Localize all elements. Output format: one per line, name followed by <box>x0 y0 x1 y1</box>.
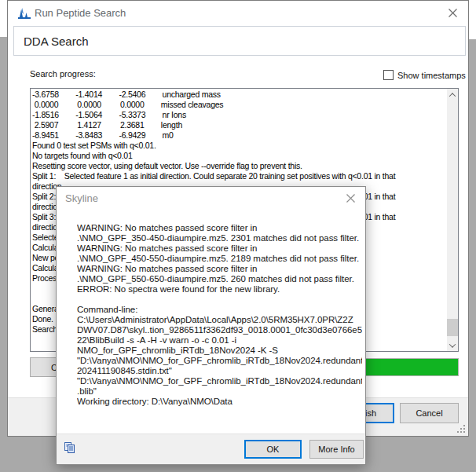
chevron-up-icon <box>449 93 456 99</box>
log-line: 2.5907 1.4127 2.3681 length <box>32 120 446 130</box>
page-title: DDA Search <box>14 35 89 48</box>
dialog-footer: OK More Info <box>57 434 365 464</box>
log-line: .\NMO_GPF_450-550-diaumpire.mz5. 2189 ma… <box>77 254 362 264</box>
log-line: WARNING: No matches passed score filter … <box>77 243 362 254</box>
scroll-up-button[interactable] <box>447 89 458 101</box>
search-progress-label: Search progress: <box>30 69 96 79</box>
log-line: Command-line: <box>77 305 362 315</box>
log-line: -8.9451 -3.8483 -6.9429 m0 <box>32 130 446 141</box>
resize-grip[interactable] <box>457 425 466 434</box>
dda-search-banner: DDA Search <box>13 26 466 56</box>
background-window-left <box>0 37 7 472</box>
cancel-button[interactable]: Cancel <box>400 403 459 423</box>
log-line: Found 0 test set PSMs with q<0.01. <box>32 141 446 151</box>
log-line: Resetting score vector, using default ve… <box>32 161 446 171</box>
background-window-right <box>469 39 476 472</box>
scrollbar-thumb[interactable] <box>447 319 458 336</box>
log-line: Working directory: D:\Vanya\NMO\Data <box>77 397 362 407</box>
log-line: 0.0000 0.0000 0.0000 missed cleavages <box>32 100 446 110</box>
log-line: -1.8516 -1.5064 -5.3373 nr Ions <box>32 110 446 120</box>
dialog-title: Skyline <box>65 192 98 204</box>
log-line: WARNING: No matches passed score filter … <box>77 264 362 274</box>
log-line: 202411190845.stdin.txt" <box>77 366 362 376</box>
show-timestamps-label: Show timestamps <box>397 71 466 80</box>
copy-icon <box>64 441 76 454</box>
show-timestamps-checkbox[interactable] <box>383 70 394 80</box>
log-line: .\NMO_GPF_350-450-diaumpire.mz5. 2301 ma… <box>77 233 362 243</box>
scroll-down-button[interactable] <box>447 339 458 351</box>
log-line <box>77 295 362 305</box>
log-line: NMO_for_GPF_chromlib_iRTdb_18Nov2024 -K … <box>77 346 362 356</box>
log-line: 22\BlibBuild -s -A -H -v warn -o -c 0.01… <box>77 335 362 346</box>
close-icon <box>449 9 457 17</box>
dialog-close-icon <box>346 194 355 203</box>
copy-button[interactable] <box>61 440 79 457</box>
log-line: -3.6758 -1.4014 -2.5406 uncharged mass <box>32 90 446 100</box>
show-timestamps-row: Show timestamps <box>383 70 466 80</box>
window-title: Run Peptide Search <box>35 7 126 19</box>
more-info-button[interactable]: More Info <box>309 440 364 459</box>
dialog-close-button[interactable] <box>335 187 365 209</box>
log-line: No targets found with q<0.01 <box>32 151 446 161</box>
chevron-down-icon <box>449 341 456 347</box>
log-line: WARNING: No matches passed score filter … <box>77 223 362 233</box>
log-line: "D:\Vanya\NMO\NMO_for_GPF_chromlib_iRTdb… <box>77 376 362 386</box>
log-line: .\NMO_GPF_550-650-diaumpire.mz5. 260 mat… <box>77 274 362 284</box>
skyline-app-icon <box>18 7 31 20</box>
log-line: .blib" <box>77 386 362 397</box>
dialog-message: WARNING: No matches passed score filter … <box>77 223 362 407</box>
log-line: C:\Users\Administrator\AppData\Local\App… <box>77 315 362 325</box>
title-bar: Run Peptide Search <box>8 1 468 24</box>
ok-button[interactable]: OK <box>244 440 302 459</box>
log-line: ERROR: No spectra were found for the new… <box>77 284 362 295</box>
log-line: "D:\Vanya\NMO\NMO_for_GPF_chromlib_iRTdb… <box>77 356 362 366</box>
close-button[interactable] <box>437 1 468 24</box>
log-scrollbar[interactable] <box>447 89 458 351</box>
skyline-message-dialog: Skyline WARNING: No matches passed score… <box>56 186 366 465</box>
log-line: Split 1: Selected feature 1 as initial d… <box>32 171 446 181</box>
log-line: DWV07.D87\skyl..tion_9286511f3362df93_00… <box>77 325 362 335</box>
